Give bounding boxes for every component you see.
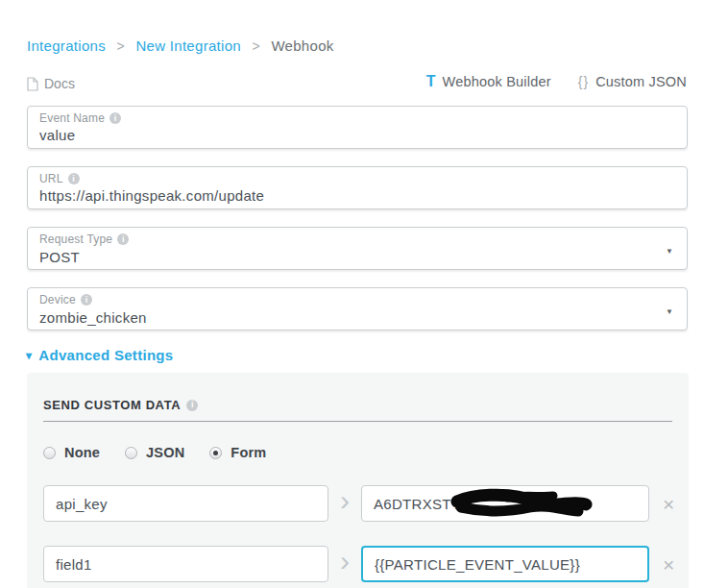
document-icon — [27, 77, 38, 91]
form-key-input[interactable] — [43, 485, 328, 522]
radio-selected-icon — [209, 447, 222, 459]
docs-label: Docs — [44, 76, 75, 91]
info-icon: i — [186, 400, 198, 411]
radio-json[interactable]: JSON — [125, 445, 184, 460]
radio-json-label: JSON — [146, 445, 184, 460]
form-data-row: › × — [43, 485, 672, 522]
send-custom-data-title: SEND CUSTOM DATA — [43, 398, 181, 412]
info-icon: i — [81, 294, 92, 306]
request-type-select[interactable]: Request Type i POST ▼ — [27, 227, 688, 270]
section-divider — [43, 421, 672, 422]
form-key-input[interactable] — [43, 546, 328, 582]
tab-webhook-builder-label: Webhook Builder — [443, 74, 551, 89]
device-value: zombie_chicken — [39, 306, 675, 326]
url-label: URL — [39, 172, 63, 185]
form-value-input-focused[interactable] — [361, 546, 649, 582]
panel-title-row: SEND CUSTOM DATA i — [43, 398, 672, 412]
event-name-label: Event Name — [39, 111, 105, 125]
form-value-wrap — [361, 546, 649, 582]
radio-icon — [125, 447, 137, 459]
tab-custom-json[interactable]: {} Custom JSON — [578, 74, 687, 89]
chevron-down-icon: ▼ — [666, 247, 673, 256]
field-label-row: Device i — [39, 293, 675, 306]
radio-none[interactable]: None — [43, 445, 100, 460]
chevron-down-icon: ▼ — [666, 307, 673, 316]
arrow-right-icon: › — [328, 486, 361, 521]
view-switcher: T Webhook Builder {} Custom JSON — [426, 73, 687, 90]
info-icon: i — [117, 233, 129, 245]
form-value-wrap — [361, 485, 649, 522]
remove-row-icon[interactable]: × — [663, 554, 674, 575]
breadcrumb-separator: > — [116, 38, 124, 54]
caret-down-icon: ▾ — [26, 349, 32, 362]
breadcrumb-new-integration[interactable]: New Integration — [135, 37, 241, 54]
advanced-settings-label: Advanced Settings — [38, 347, 173, 363]
event-name-input[interactable] — [39, 125, 616, 143]
docs-link[interactable]: Docs — [27, 76, 75, 91]
breadcrumb-separator: > — [252, 38, 259, 54]
url-input[interactable] — [39, 185, 616, 204]
webhook-builder-icon: T — [426, 73, 436, 90]
breadcrumb-webhook: Webhook — [271, 37, 333, 54]
tab-webhook-builder[interactable]: T Webhook Builder — [426, 73, 551, 90]
device-select[interactable]: Device i zombie_chicken ▼ — [27, 287, 688, 331]
form-data-row: › × — [43, 546, 672, 582]
breadcrumb-integrations[interactable]: Integrations — [27, 37, 106, 54]
send-custom-data-panel: SEND CUSTOM DATA i None JSON Form › — [27, 373, 689, 588]
webhook-builder-page: Integrations > New Integration > Webhook… — [0, 0, 704, 588]
field-label-row: Request Type i — [39, 233, 675, 246]
event-name-field[interactable]: Event Name i — [27, 106, 688, 149]
radio-form-label: Form — [231, 445, 266, 460]
tab-custom-json-label: Custom JSON — [595, 74, 687, 89]
custom-json-icon: {} — [578, 74, 589, 89]
info-icon: i — [68, 173, 80, 184]
field-label-row: URL i — [39, 172, 675, 185]
form-value-input[interactable] — [361, 485, 649, 522]
radio-icon — [43, 447, 56, 459]
field-label-row: Event Name i — [39, 111, 675, 125]
breadcrumb: Integrations > New Integration > Webhook — [27, 37, 334, 54]
custom-data-type-radios: None JSON Form — [43, 445, 672, 460]
request-type-value: POST — [39, 246, 675, 265]
radio-form[interactable]: Form — [209, 445, 266, 460]
radio-none-label: None — [64, 445, 100, 460]
url-field[interactable]: URL i — [27, 166, 688, 209]
arrow-right-icon: › — [328, 547, 361, 581]
request-type-label: Request Type — [39, 233, 112, 246]
device-label: Device — [39, 293, 76, 306]
advanced-settings-toggle[interactable]: ▾ Advanced Settings — [26, 347, 173, 363]
remove-row-icon[interactable]: × — [663, 494, 674, 514]
info-icon: i — [109, 112, 121, 124]
